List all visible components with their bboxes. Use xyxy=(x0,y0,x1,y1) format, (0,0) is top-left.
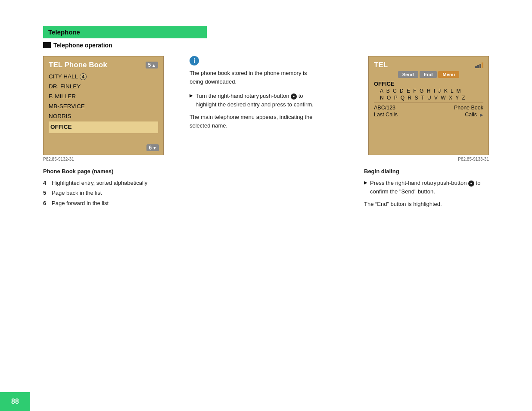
abc-label: ABC/123 xyxy=(374,105,398,111)
signal-icon xyxy=(475,62,483,68)
end-button: End xyxy=(420,71,437,78)
badge-down-arrow: ▼ xyxy=(152,146,157,150)
divider xyxy=(374,103,483,103)
section-title: Phone Book page (names) xyxy=(43,168,164,174)
page-title: Telephone xyxy=(48,28,80,36)
item-number: 4 xyxy=(43,178,49,188)
bullet-text-right: Press the right-hand rotary push-button … xyxy=(370,179,489,196)
office-label: OFFICE xyxy=(374,81,483,87)
badge-up-arrow: ▲ xyxy=(152,63,156,68)
middle-content: i The phone book stored in the phone mem… xyxy=(190,56,314,130)
alphabet-row-1: A B C D E F G H I J K L M xyxy=(374,88,483,94)
bullet-item-right: ▶ Press the right-hand rotary push-butto… xyxy=(364,179,489,196)
begin-dialing-title: Begin dialing xyxy=(364,168,489,174)
bottom-right-col: Phone Book Calls ▶ xyxy=(454,105,483,118)
right-description: Begin dialing ▶ Press the right-hand rot… xyxy=(364,168,489,209)
black-rect-icon xyxy=(43,42,51,48)
signal-bar-1 xyxy=(475,66,477,68)
subtitle-text: Telephone operation xyxy=(53,42,112,49)
list-item: MB-SERVICE xyxy=(49,102,158,112)
badge-5: 5 ▲ xyxy=(146,62,158,68)
phone-book-label: Phone Book xyxy=(454,105,483,111)
item-text: Page back in the list xyxy=(52,188,102,198)
list-item-selected: OFFICE xyxy=(49,121,158,133)
result-text-right: The “End” button is highlighted. xyxy=(364,200,489,209)
list-item: 4 Highlighted entry, sorted alphabetical… xyxy=(43,178,164,188)
badge-6: 6 ▼ xyxy=(146,144,159,151)
bottom-row: ABC/123 Last Calls Phone Book Calls ▶ xyxy=(374,105,483,118)
last-calls-label: Last Calls xyxy=(374,112,398,118)
item-text: Highlighted entry, sorted alphabetically xyxy=(52,178,147,188)
list-item: NORRIS xyxy=(49,112,158,121)
list-item: 5 Page back in the list xyxy=(43,188,164,198)
page-number-box: 88 xyxy=(0,392,30,411)
tel-top: TEL xyxy=(374,61,483,69)
info-icon: i xyxy=(190,56,199,65)
signal-bar-4 xyxy=(482,62,483,68)
bullet-arrow-icon: ▶ xyxy=(364,180,367,185)
result-text: The main telephone menu appears, indicat… xyxy=(190,113,314,130)
menu-button: Menu xyxy=(438,71,459,78)
bullet-item-1: ▶ Turn the right-hand rotary push-button… xyxy=(190,92,314,109)
calls-label: Calls ▶ xyxy=(465,112,483,118)
rotary-icon: ● xyxy=(291,93,297,100)
send-button: Send xyxy=(398,71,418,78)
item-text: Page forward in the list xyxy=(52,198,109,208)
tel-label: TEL xyxy=(374,61,388,69)
alphabet-row-2: N O P Q R S T U V W X Y Z xyxy=(374,95,483,101)
tel-header: TEL Phone Book 5 ▲ xyxy=(49,61,158,69)
info-text: The phone book stored in the phone memor… xyxy=(190,69,314,86)
signal-bar-3 xyxy=(479,64,481,68)
tel-title: TEL Phone Book xyxy=(49,61,107,69)
list-item: DR. FINLEY xyxy=(49,82,158,92)
bullet-text: Turn the right-hand rotary push-button ●… xyxy=(196,92,314,109)
button-row: Send End Menu xyxy=(374,71,483,78)
item-number: 6 xyxy=(43,198,49,208)
title-bar: Telephone xyxy=(43,26,207,38)
bullet-arrow-icon: ▶ xyxy=(190,93,193,98)
signal-bar-2 xyxy=(477,65,479,68)
right-phone-screen: TEL Send End Menu OFFICE A B C D E F G H… xyxy=(368,56,489,155)
list-item: CITY HALL 4 xyxy=(49,72,158,82)
phone-list: CITY HALL 4 DR. FINLEY F. MILLER MB-SERV… xyxy=(49,72,158,133)
left-screen-caption: P82.85-9132-31 xyxy=(43,157,74,162)
circle-4: 4 xyxy=(80,73,87,80)
rotary-icon-right: ● xyxy=(468,181,474,187)
left-description: Phone Book page (names) 4 Highlighted en… xyxy=(43,168,164,208)
right-arrow-icon: ▶ xyxy=(480,112,483,117)
list-item: 6 Page forward in the list xyxy=(43,198,164,208)
bottom-left-col: ABC/123 Last Calls xyxy=(374,105,398,118)
right-screen-caption: P82.85-9133-31 xyxy=(458,157,489,162)
list-item: F. MILLER xyxy=(49,92,158,102)
left-phone-screen: TEL Phone Book 5 ▲ CITY HALL 4 DR. FINLE… xyxy=(43,56,164,155)
page-number: 88 xyxy=(11,398,19,405)
numbered-list: 4 Highlighted entry, sorted alphabetical… xyxy=(43,178,164,208)
header: Telephone Telephone operation xyxy=(43,26,207,50)
subtitle-row: Telephone operation xyxy=(43,41,207,50)
item-number: 5 xyxy=(43,188,49,198)
